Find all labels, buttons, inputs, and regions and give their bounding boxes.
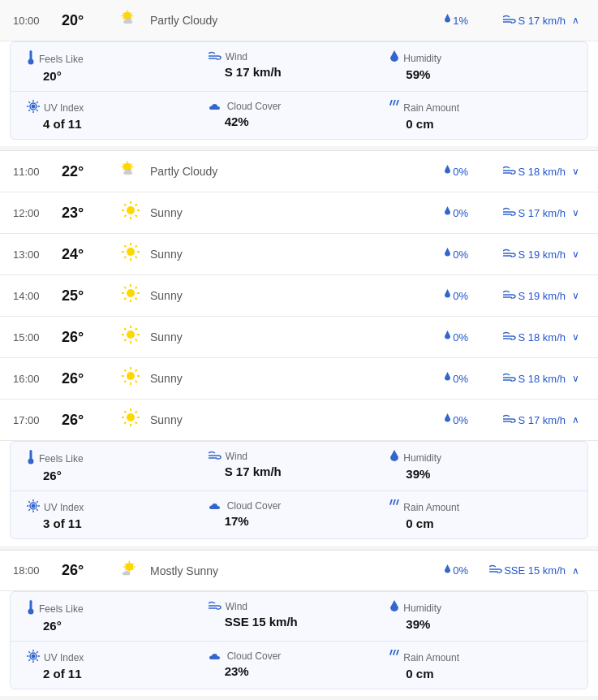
cloud-item: Cloud Cover 42% [209, 100, 390, 131]
svg-line-56 [124, 287, 126, 288]
weather-row[interactable]: 18:00 26° Mostly Sunny 0% SSE 1 [0, 551, 598, 591]
rain-amt-icon [389, 100, 399, 115]
svg-line-50 [124, 257, 126, 258]
weather-row[interactable]: 15:00 26° Sunny 0% S 18 km/h ∨ [0, 317, 598, 358]
temperature: 22° [62, 163, 114, 180]
temperature: 26° [62, 562, 114, 579]
svg-line-125 [397, 650, 398, 655]
svg-line-58 [136, 287, 137, 288]
weather-row[interactable]: 12:00 23° Sunny 0% S 17 km/h ∨ [0, 192, 598, 234]
svg-line-121 [28, 659, 30, 661]
thermometer-icon [27, 600, 35, 617]
wind-info: S 17 km/h [468, 15, 566, 27]
svg-line-83 [124, 411, 126, 413]
wind-info: S 18 km/h [468, 166, 566, 178]
cloud-icon [209, 499, 223, 512]
rain-drop-icon [444, 14, 451, 27]
weather-row[interactable]: 16:00 26° Sunny 0% S 18 km/h ∨ [0, 358, 598, 400]
svg-line-65 [124, 328, 126, 330]
chevron-icon[interactable]: ∧ [566, 15, 585, 26]
wind-info: S 19 km/h [468, 248, 566, 261]
humidity-value: 39% [389, 467, 571, 481]
svg-point-20 [32, 105, 36, 109]
svg-line-84 [136, 422, 137, 424]
wind-detail-icon [209, 50, 222, 63]
wind-label: Wind [209, 450, 390, 463]
weather-icon [114, 201, 147, 225]
details-panel: Feels Like 26° Wind SSE 15 km/h [10, 591, 588, 689]
feels-like-item: Feels Like 26° [27, 450, 209, 482]
wind-info: S 18 km/h [468, 373, 566, 385]
wind-info: S 17 km/h [468, 207, 566, 219]
time-label: 11:00 [13, 166, 62, 178]
chevron-icon[interactable]: ∨ [566, 248, 585, 260]
rain-drop-icon [444, 248, 451, 261]
details-row-1: Feels Like 20° Wind S 17 km/h [11, 42, 587, 92]
svg-line-18 [37, 102, 38, 103]
weather-row[interactable]: 14:00 25° Sunny 0% S 19 km/h ∨ [0, 275, 598, 317]
rain-chance: 0% [419, 165, 468, 178]
humidity-item: Humidity 59% [389, 50, 571, 83]
chevron-icon[interactable]: ∨ [566, 290, 585, 301]
chevron-icon[interactable]: ∧ [566, 414, 585, 426]
wind-value: S 17 km/h [209, 65, 390, 79]
svg-line-29 [123, 164, 124, 166]
rain-chance: 0% [419, 289, 468, 302]
svg-line-85 [136, 411, 137, 413]
svg-point-98 [32, 504, 36, 508]
uv-value: 4 of 11 [27, 117, 209, 131]
svg-line-119 [37, 659, 38, 661]
chevron-icon[interactable]: ∨ [566, 166, 585, 177]
svg-line-47 [124, 245, 126, 247]
cloud-icon [209, 650, 223, 663]
chevron-icon[interactable]: ∨ [566, 331, 585, 343]
svg-line-38 [124, 204, 126, 205]
weather-row[interactable]: 17:00 26° Sunny 0% S 17 km/h ∧ [0, 400, 598, 441]
wind-label: Wind [209, 600, 390, 613]
chevron-icon[interactable]: ∧ [566, 565, 585, 577]
svg-line-7 [131, 13, 132, 15]
temperature: 25° [62, 287, 114, 305]
svg-line-67 [136, 328, 137, 330]
chevron-icon[interactable]: ∨ [566, 207, 585, 218]
wind-item: Wind S 17 km/h [209, 50, 390, 83]
wind-icon [503, 331, 516, 344]
wind-info: S 19 km/h [468, 290, 566, 302]
wind-item: Wind S 17 km/h [209, 450, 390, 482]
wind-icon [489, 564, 502, 577]
svg-line-99 [390, 499, 392, 504]
time-label: 15:00 [13, 331, 62, 344]
svg-line-30 [131, 169, 132, 171]
details-panel: Feels Like 20° Wind S 17 km/h [10, 41, 588, 140]
rain-chance: 0% [419, 206, 468, 219]
cloud-item: Cloud Cover 23% [209, 650, 390, 681]
rain-amt-value: 0 cm [389, 516, 571, 530]
weather-row[interactable]: 11:00 22° Partly Cloudy 0% S 18 [0, 151, 598, 192]
condition-label: Partly Cloudy [147, 165, 419, 178]
temperature: 20° [62, 12, 114, 29]
weather-icon [114, 8, 147, 32]
svg-line-31 [131, 164, 132, 166]
condition-label: Sunny [147, 372, 419, 385]
temperature: 23° [62, 205, 114, 222]
feels-like-item: Feels Like 20° [27, 50, 209, 83]
svg-line-110 [125, 568, 127, 570]
temperature: 26° [62, 329, 114, 346]
svg-line-94 [28, 501, 30, 503]
rain-chance: 0% [419, 564, 468, 577]
svg-line-19 [28, 110, 30, 111]
svg-point-60 [127, 331, 135, 339]
wind-icon [503, 373, 516, 385]
weather-row[interactable]: 10:00 20° Partly Cloudy 1% S 17 [0, 0, 598, 41]
svg-line-41 [124, 215, 126, 217]
svg-line-22 [394, 100, 395, 105]
uv-icon [27, 499, 40, 515]
svg-line-100 [394, 499, 395, 504]
chevron-icon[interactable]: ∨ [566, 373, 585, 384]
humidity-item: Humidity 39% [389, 450, 571, 482]
svg-point-33 [127, 206, 135, 214]
svg-line-76 [136, 369, 137, 371]
rain-chance: 0% [419, 331, 468, 344]
time-label: 10:00 [13, 15, 62, 27]
weather-row[interactable]: 13:00 24° Sunny 0% S 19 km/h ∨ [0, 234, 598, 275]
